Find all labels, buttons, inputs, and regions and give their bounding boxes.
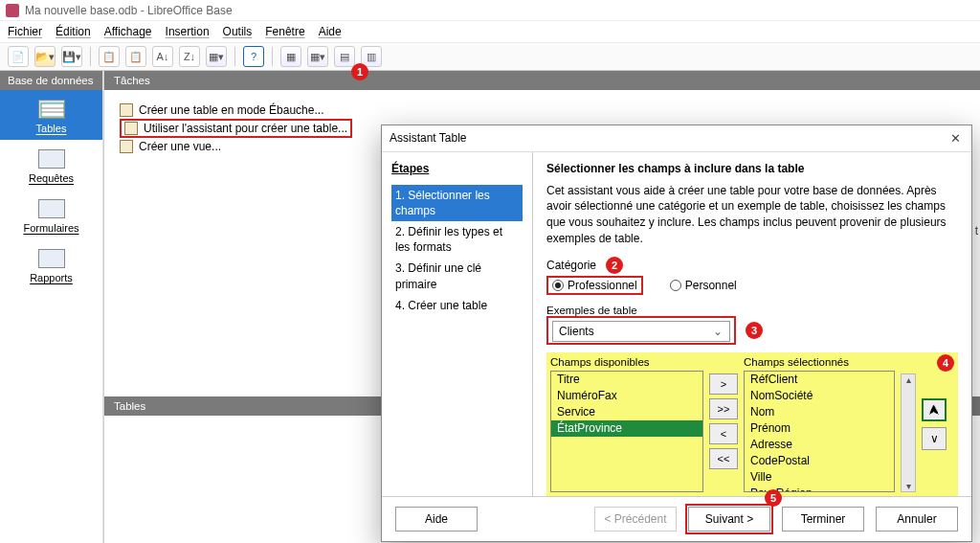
menu-fenetre[interactable]: Fenêtre xyxy=(265,25,304,38)
sidebar-item-rapports[interactable]: Rapports xyxy=(0,239,102,289)
sidebar-label-formulaires: Formulaires xyxy=(23,222,78,234)
tables-icon xyxy=(38,100,65,119)
sidebar-item-formulaires[interactable]: Formulaires xyxy=(0,190,102,239)
dialog-help-text: Cet assistant vous aide à créer une tabl… xyxy=(546,183,958,247)
callout-3: 3 xyxy=(746,322,763,339)
forms-icon xyxy=(38,199,65,218)
selected-label: Champs sélectionnés xyxy=(744,356,895,368)
tool-help[interactable]: ? xyxy=(243,46,264,67)
prev-button[interactable]: < Précédent xyxy=(594,507,677,532)
tool-sort-desc[interactable]: Z↓ xyxy=(179,46,200,67)
fields-zone: Champs disponibles Titre NuméroFax Servi… xyxy=(546,352,958,496)
task-create-draft[interactable]: Créer une table en mode Ébauche... xyxy=(120,102,965,119)
app-icon xyxy=(6,4,19,17)
avail-item[interactable]: NuméroFax xyxy=(551,388,702,404)
menu-affichage[interactable]: Affichage xyxy=(104,25,152,38)
menu-aide[interactable]: Aide xyxy=(319,25,342,38)
selected-scrollbar[interactable]: ▴ ▾ xyxy=(901,373,916,492)
tool-table-view3[interactable]: ▤ xyxy=(334,46,355,67)
task-label-view: Créer une vue... xyxy=(139,140,221,153)
category-label-text: Catégorie xyxy=(546,259,596,272)
toolbar: 📄 📂▾ 💾▾ 📋 📋 A↓ Z↓ ▦▾ ? ▦ ▦▾ ▤ ▥ xyxy=(0,42,980,71)
selected-list[interactable]: RéfClient NomSociété Nom Prénom Adresse … xyxy=(744,371,895,492)
database-panel: Base de données Tables Requêtes Formulai… xyxy=(0,71,103,543)
dialog-button-bar: Aide < Précédent Suivant > 5 Terminer An… xyxy=(382,496,971,541)
menubar: Fichier Édition Affichage Insertion Outi… xyxy=(0,21,980,42)
radio-label-pers: Personnel xyxy=(685,279,737,292)
task-label-draft: Créer une table en mode Ébauche... xyxy=(139,103,323,117)
toolbar-sep3 xyxy=(272,47,273,66)
menu-edition[interactable]: Édition xyxy=(56,25,91,38)
tool-save[interactable]: 💾▾ xyxy=(61,46,82,67)
sel-item[interactable]: Adresse xyxy=(745,437,894,453)
sel-item[interactable]: RéfClient xyxy=(745,372,894,388)
next-button[interactable]: Suivant > xyxy=(688,507,770,532)
finish-button[interactable]: Terminer xyxy=(782,507,864,532)
avail-item[interactable]: Service xyxy=(551,404,702,420)
step-3[interactable]: 3. Définir une clé primaire xyxy=(391,258,523,294)
cancel-button[interactable]: Annuler xyxy=(876,507,958,532)
window-titlebar: Ma nouvelle base.odb - LibreOffice Base xyxy=(0,0,980,21)
sel-item[interactable]: Ville xyxy=(745,469,894,486)
menu-fichier[interactable]: Fichier xyxy=(8,25,42,38)
avail-item-selected[interactable]: ÉtatProvince xyxy=(551,420,702,437)
reports-icon xyxy=(38,249,65,268)
add-all-button[interactable]: >> xyxy=(709,398,738,419)
sel-item[interactable]: Nom xyxy=(745,404,894,420)
task-use-wizard[interactable]: Utiliser l'assistant pour créer une tabl… xyxy=(120,119,352,138)
callout-4: 4 xyxy=(937,354,954,372)
sidebar-item-requetes[interactable]: Requêtes xyxy=(0,140,102,190)
examples-highlight: Clients ⌄ xyxy=(546,316,736,345)
category-label: Catégorie 2 xyxy=(546,257,958,274)
tool-copy[interactable]: 📋 xyxy=(99,46,120,67)
remove-button[interactable]: < xyxy=(709,423,738,444)
mover-buttons: > >> < << xyxy=(709,356,738,492)
examples-select[interactable]: Clients ⌄ xyxy=(552,321,730,342)
reorder-buttons: ⮝ ∨ xyxy=(922,356,947,492)
add-button[interactable]: > xyxy=(709,373,738,395)
dialog-titlebar: Assistant Table ✕ xyxy=(382,125,971,152)
available-list[interactable]: Titre NuméroFax Service ÉtatProvince xyxy=(550,371,703,492)
tool-table-view[interactable]: ▦ xyxy=(280,46,301,67)
menu-insertion[interactable]: Insertion xyxy=(166,25,210,38)
dialog-main-panel: Sélectionner les champs à inclure dans l… xyxy=(533,152,971,496)
toolbar-sep xyxy=(90,47,91,66)
task-icon xyxy=(120,103,133,117)
tool-form[interactable]: ▦▾ xyxy=(206,46,227,67)
sel-item[interactable]: NomSociété xyxy=(745,388,894,404)
radio-personnel[interactable]: Personnel xyxy=(670,279,737,292)
sidebar-label-requetes: Requêtes xyxy=(29,172,74,184)
help-button[interactable]: Aide xyxy=(395,507,478,532)
radio-professionnel[interactable]: Professionnel xyxy=(552,279,637,292)
move-down-button[interactable]: ∨ xyxy=(922,427,947,450)
tool-paste[interactable]: 📋 xyxy=(125,46,146,67)
examples-value: Clients xyxy=(559,325,594,338)
callout-1: 1 xyxy=(351,63,368,80)
radio-icon xyxy=(670,280,681,291)
menu-outils[interactable]: Outils xyxy=(223,25,253,38)
tool-new[interactable]: 📄 xyxy=(8,46,29,67)
chevron-down-icon: ⌄ xyxy=(710,324,725,339)
sidebar-item-tables[interactable]: Tables xyxy=(0,90,102,140)
remove-all-button[interactable]: << xyxy=(709,448,738,469)
sidebar-label-tables: Tables xyxy=(36,123,67,134)
sel-item[interactable]: Prénom xyxy=(745,420,894,437)
dialog-steps-panel: Étapes 1. Sélectionner les champs 2. Déf… xyxy=(382,152,533,496)
tool-table-view2[interactable]: ▦▾ xyxy=(307,46,328,67)
close-icon[interactable]: ✕ xyxy=(947,129,964,147)
step-2[interactable]: 2. Définir les types et les formats xyxy=(391,221,523,258)
dialog-title: Assistant Table xyxy=(390,131,467,145)
avail-item[interactable]: Titre xyxy=(551,372,702,388)
sel-item[interactable]: CodePostal xyxy=(745,453,894,469)
queries-icon xyxy=(38,149,65,169)
move-up-button[interactable]: ⮝ xyxy=(922,398,947,421)
radio-label-pro: Professionnel xyxy=(568,279,637,292)
tool-sort-asc[interactable]: A↓ xyxy=(152,46,173,67)
step-4[interactable]: 4. Créer une table xyxy=(391,295,523,316)
tool-open[interactable]: 📂▾ xyxy=(34,46,56,67)
step-1[interactable]: 1. Sélectionner les champs xyxy=(391,185,523,221)
scroll-up-icon: ▴ xyxy=(906,374,911,385)
radio-icon xyxy=(552,280,564,291)
selected-col: Champs sélectionnés RéfClient NomSociété… xyxy=(744,356,895,492)
dialog-body: Étapes 1. Sélectionner les champs 2. Déf… xyxy=(382,152,971,496)
